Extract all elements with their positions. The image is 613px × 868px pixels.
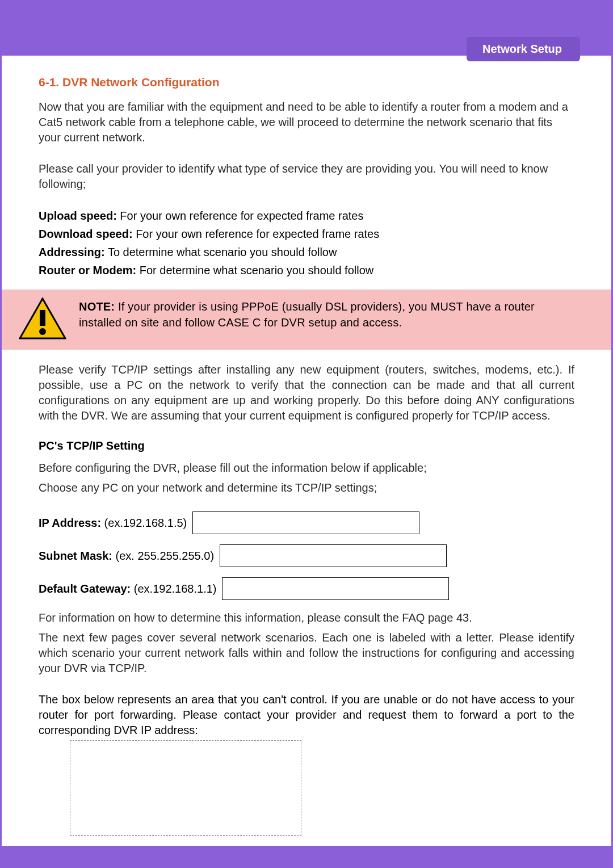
choose-pc-paragraph: Choose any PC on your network and determ… xyxy=(39,480,574,496)
ip-address-input[interactable] xyxy=(192,511,419,534)
default-gateway-label: Default Gateway: (ex.192.168.1.1) xyxy=(39,582,216,596)
verify-paragraph: Please verify TCP/IP settings after inst… xyxy=(39,362,574,423)
note-body: If your provider is using PPPoE (usually… xyxy=(79,300,535,329)
download-speed-text: For your own reference for expected fram… xyxy=(133,228,380,240)
uncontrolled-area-box xyxy=(70,740,301,836)
page-container: Network Setup 6-1. DVR Network Configura… xyxy=(0,0,613,868)
ip-address-label-bold: IP Address: xyxy=(39,517,101,529)
upload-speed-text: For your own reference for expected fram… xyxy=(117,209,364,222)
note-label: NOTE: xyxy=(79,300,115,313)
subnet-mask-label: Subnet Mask: (ex. 255.255.255.0) xyxy=(39,550,214,563)
ip-address-row: IP Address: (ex.192.168.1.5) xyxy=(39,511,574,534)
note-callout: NOTE: If your provider is using PPPoE (u… xyxy=(2,290,611,350)
box-paragraph-wrap: The box below represents an area that yo… xyxy=(39,692,574,836)
router-modem-line: Router or Modem: For determine what scen… xyxy=(39,262,574,278)
faq-info-paragraph: For information on how to determine this… xyxy=(39,610,574,626)
subnet-mask-row: Subnet Mask: (ex. 255.255.255.0) xyxy=(39,544,574,567)
subnet-mask-label-bold: Subnet Mask: xyxy=(39,550,112,562)
intro-paragraph: Now that you are familiar with the equip… xyxy=(39,99,574,145)
warning-icon xyxy=(19,297,66,342)
footer-band xyxy=(2,846,611,866)
ip-address-label: IP Address: (ex.192.168.1.5) xyxy=(39,517,187,530)
addressing-line: Addressing: To determine what scenario y… xyxy=(39,244,574,260)
svg-point-2 xyxy=(39,328,46,335)
before-config-paragraph: Before configuring the DVR, please fill … xyxy=(39,460,574,476)
svg-rect-1 xyxy=(40,310,45,326)
subnet-mask-hint: (ex. 255.255.255.0) xyxy=(112,550,214,562)
addressing-text: To determine what scenario you should fo… xyxy=(105,246,337,258)
addressing-label: Addressing: xyxy=(39,246,105,258)
default-gateway-hint: (ex.192.168.1.1) xyxy=(131,582,216,595)
default-gateway-input[interactable] xyxy=(222,577,449,600)
pc-tcpip-heading: PC's TCP/IP Setting xyxy=(39,439,574,452)
upload-speed-label: Upload speed: xyxy=(39,209,117,222)
box-paragraph: The box below represents an area that yo… xyxy=(39,692,574,738)
scenarios-paragraph: The next few pages cover several network… xyxy=(39,630,574,676)
subnet-mask-input[interactable] xyxy=(220,544,447,567)
download-speed-line: Download speed: For your own reference f… xyxy=(39,226,574,242)
call-provider-paragraph: Please call your provider to identify wh… xyxy=(39,161,574,192)
router-modem-text: For determine what scenario you should f… xyxy=(136,264,373,276)
default-gateway-label-bold: Default Gateway: xyxy=(39,582,131,595)
chapter-tab: Network Setup xyxy=(467,37,580,61)
note-text: NOTE: If your provider is using PPPoE (u… xyxy=(79,297,574,330)
router-modem-label: Router or Modem: xyxy=(39,264,136,276)
download-speed-label: Download speed: xyxy=(39,228,133,240)
ip-address-hint: (ex.192.168.1.5) xyxy=(101,517,187,529)
content-area: 6-1. DVR Network Configuration Now that … xyxy=(2,56,611,847)
section-title: 6-1. DVR Network Configuration xyxy=(39,76,574,89)
upload-speed-line: Upload speed: For your own reference for… xyxy=(39,208,574,224)
default-gateway-row: Default Gateway: (ex.192.168.1.1) xyxy=(39,577,574,600)
